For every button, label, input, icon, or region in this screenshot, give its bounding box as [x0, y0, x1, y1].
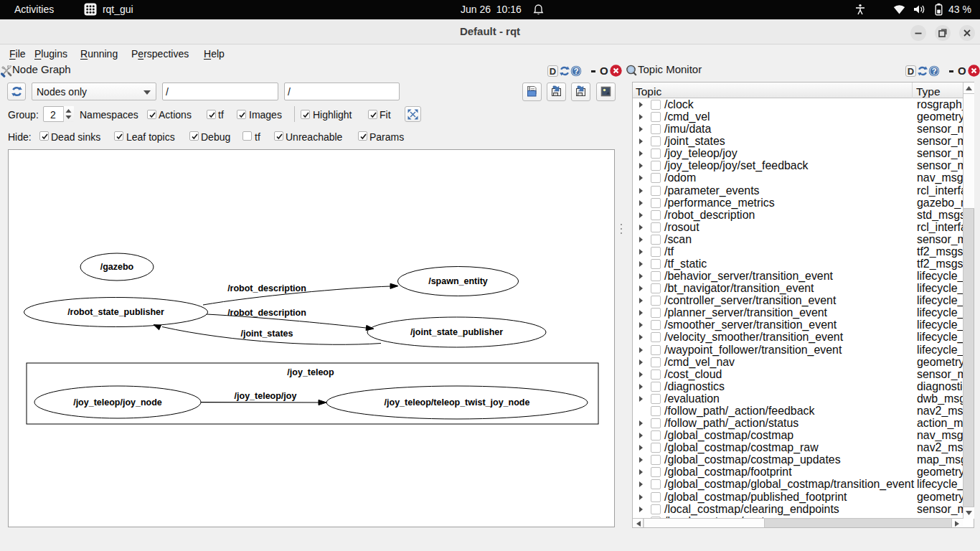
- svg-text:/joy_teleop: /joy_teleop: [287, 367, 334, 377]
- svg-text:/spawn_entity: /spawn_entity: [428, 276, 488, 286]
- svg-text:?: ?: [932, 67, 937, 75]
- svg-text:/robot_state_publisher: /robot_state_publisher: [67, 307, 164, 317]
- svg-text:/joy_teleop/joy_node: /joy_teleop/joy_node: [73, 397, 162, 408]
- svg-text:/robot_description: /robot_description: [227, 308, 306, 318]
- svg-text:/joy_teleop/teleop_twist_joy_n: /joy_teleop/teleop_twist_joy_node: [385, 397, 530, 408]
- svg-text:?: ?: [574, 67, 579, 75]
- svg-text:/joint_states: /joint_states: [241, 329, 293, 339]
- svg-text:/joint_state_publisher: /joint_state_publisher: [410, 327, 503, 337]
- svg-text:/robot_description: /robot_description: [227, 283, 306, 293]
- svg-text:/joy_teleop/joy: /joy_teleop/joy: [235, 391, 297, 401]
- svg-text:/gazebo: /gazebo: [100, 262, 134, 272]
